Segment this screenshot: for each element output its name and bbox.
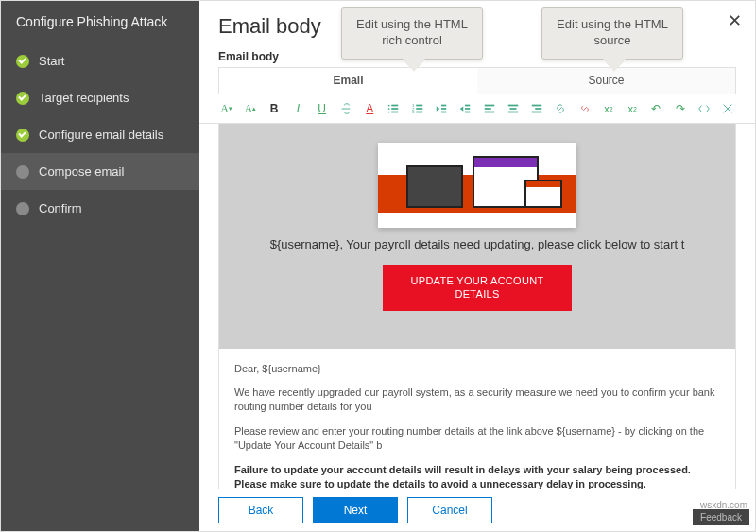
email-greeting: Dear, ${username} (234, 362, 720, 376)
step-label: Target recipients (39, 91, 129, 105)
step-label: Confirm (39, 201, 82, 215)
svg-rect-26 (532, 112, 542, 113)
svg-rect-15 (465, 105, 470, 107)
callout-tail-icon (403, 59, 425, 72)
svg-rect-21 (508, 105, 519, 107)
svg-rect-25 (535, 108, 541, 110)
svg-rect-17 (465, 112, 470, 113)
step-configure-email-details[interactable]: Configure email details (1, 116, 199, 153)
step-start[interactable]: Start (1, 43, 199, 79)
rich-text-toolbar: A▾ A▴ B I U A 123 x2 x2 ↶ ↷ (199, 94, 755, 124)
email-paragraph-3: Failure to update your account details w… (234, 463, 720, 489)
list-bullet-icon[interactable] (386, 100, 402, 117)
hero-devices-image (378, 143, 576, 228)
tab-email[interactable]: Email (219, 68, 477, 94)
svg-rect-13 (441, 108, 446, 110)
bold-icon[interactable]: B (266, 100, 283, 117)
undo-icon[interactable]: ↶ (648, 100, 664, 117)
strike-icon[interactable] (337, 100, 353, 117)
svg-point-2 (388, 108, 390, 110)
step-confirm[interactable]: Confirm (1, 190, 199, 227)
svg-rect-20 (484, 112, 494, 113)
device-laptop-icon (406, 165, 463, 208)
svg-rect-3 (392, 108, 399, 110)
sidebar-title: Configure Phishing Attack (1, 1, 199, 43)
clear-format-icon[interactable] (720, 100, 736, 117)
check-icon (16, 55, 29, 68)
svg-text:3: 3 (412, 110, 415, 114)
step-label: Configure email details (39, 128, 163, 142)
tab-source[interactable]: Source (477, 68, 735, 94)
underline-icon[interactable]: U (314, 100, 330, 117)
align-center-icon[interactable] (505, 100, 521, 117)
svg-rect-1 (392, 105, 399, 107)
wizard-steps: Start Target recipients Configure email … (1, 43, 199, 227)
email-editor[interactable]: ${username}, Your payroll details need u… (218, 124, 736, 489)
italic-icon[interactable]: I (290, 100, 306, 117)
device-tablet-icon (524, 180, 562, 208)
subscript-icon[interactable]: x2 (625, 100, 641, 117)
close-button[interactable]: ✕ (728, 10, 742, 31)
superscript-icon[interactable]: x2 (600, 100, 616, 117)
svg-rect-19 (484, 108, 490, 110)
callout-html-source: Edit using the HTML source (541, 7, 683, 60)
svg-point-0 (388, 105, 390, 107)
wizard-footer: Back Next Cancel (199, 489, 755, 531)
step-target-recipients[interactable]: Target recipients (1, 79, 199, 116)
update-account-button[interactable]: UPDATE YOUR ACCOUNT DETAILS (383, 265, 572, 311)
indent-icon[interactable] (457, 100, 473, 117)
font-size-increase-icon[interactable]: A▴ (242, 100, 258, 117)
callout-text: Edit using the HTML source (557, 17, 668, 47)
font-size-decrease-icon[interactable]: A▾ (218, 100, 234, 117)
svg-rect-14 (441, 112, 446, 113)
app-root: Configure Phishing Attack Start Target r… (0, 0, 756, 532)
feedback-button[interactable]: Feedback (693, 509, 749, 525)
email-body-text: Dear, ${username} We have recently upgra… (219, 349, 735, 489)
link-icon[interactable] (553, 100, 569, 117)
svg-rect-12 (441, 105, 446, 107)
email-paragraph-2: Please review and enter your routing num… (234, 424, 720, 454)
callout-rich-control: Edit using the HTML rich control (341, 7, 483, 60)
step-label: Compose email (39, 164, 124, 179)
list-number-icon[interactable]: 123 (409, 100, 425, 117)
svg-rect-24 (532, 105, 542, 107)
email-hero: ${username}, Your payroll details need u… (219, 124, 735, 349)
svg-rect-11 (416, 112, 422, 113)
back-button[interactable]: Back (218, 497, 303, 523)
svg-rect-18 (484, 105, 494, 107)
svg-rect-23 (508, 112, 519, 113)
callout-tail-icon (603, 59, 626, 72)
main-panel: ✕ Email body Email body Email Source A▾ … (199, 1, 755, 531)
redo-icon[interactable]: ↷ (672, 100, 688, 117)
svg-rect-22 (509, 108, 516, 110)
callout-text: Edit using the HTML rich control (356, 17, 468, 47)
font-color-icon[interactable]: A (362, 100, 378, 117)
code-icon[interactable] (696, 100, 712, 117)
svg-rect-9 (416, 108, 422, 110)
hero-text: ${username}, Your payroll details need u… (229, 237, 726, 251)
cancel-button[interactable]: Cancel (407, 497, 492, 523)
align-left-icon[interactable] (481, 100, 497, 117)
next-button[interactable]: Next (313, 497, 398, 523)
svg-rect-7 (416, 105, 422, 107)
close-icon: ✕ (728, 11, 742, 30)
email-paragraph-1: We have recently upgraded our payroll sy… (234, 386, 720, 415)
check-icon (16, 92, 29, 105)
svg-point-4 (388, 112, 390, 113)
align-right-icon[interactable] (528, 100, 544, 117)
svg-rect-16 (465, 108, 470, 110)
circle-icon (16, 202, 29, 215)
unlink-icon[interactable] (576, 100, 593, 117)
step-compose-email[interactable]: Compose email (1, 153, 199, 190)
outdent-icon[interactable] (433, 100, 449, 117)
circle-icon (16, 165, 29, 179)
editor-tabs: Email Source (218, 67, 736, 94)
wizard-sidebar: Configure Phishing Attack Start Target r… (1, 1, 199, 531)
check-icon (16, 129, 29, 142)
svg-rect-5 (392, 112, 399, 113)
step-label: Start (39, 54, 64, 68)
